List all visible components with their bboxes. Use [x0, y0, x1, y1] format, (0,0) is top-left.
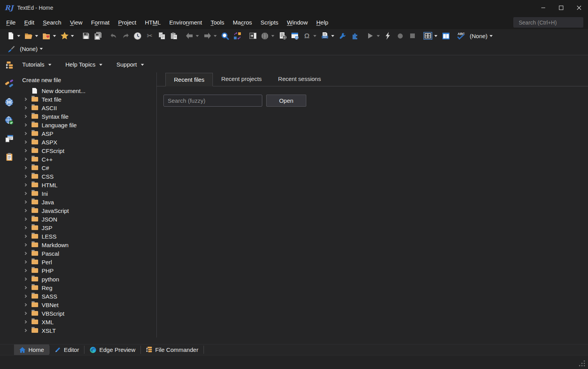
tree-item-folder[interactable]: ASCII — [18, 104, 157, 112]
tools-button[interactable] — [337, 30, 349, 41]
tree-item-folder[interactable]: XML — [18, 318, 157, 326]
chevron-right-icon[interactable] — [24, 149, 27, 152]
plugins-button[interactable] — [349, 30, 361, 41]
browser-preview-button[interactable] — [289, 30, 301, 41]
menu-item[interactable]: View — [66, 16, 87, 29]
chevron-right-icon[interactable] — [24, 209, 27, 212]
tree-item-folder[interactable]: HTML — [18, 181, 157, 189]
split-view-button[interactable] — [440, 30, 452, 41]
new-document-dropdown-caret-icon[interactable] — [17, 35, 20, 37]
chevron-right-icon[interactable] — [24, 200, 27, 204]
menu-item[interactable]: Scripts — [256, 16, 283, 29]
tree-item-folder[interactable]: SASS — [18, 292, 157, 300]
browser-dropdown-caret-icon[interactable] — [271, 35, 274, 37]
tree-item-folder[interactable]: JSON — [18, 215, 157, 223]
chevron-right-icon[interactable] — [24, 260, 27, 264]
chevron-right-icon[interactable] — [24, 158, 27, 161]
undo-button[interactable] — [107, 30, 119, 41]
record-macro-button[interactable] — [394, 30, 406, 41]
tree-item-folder[interactable]: VBScript — [18, 309, 157, 318]
chevron-right-icon[interactable] — [24, 243, 27, 246]
menu-item[interactable]: Macros — [228, 16, 256, 29]
tab-recent-sessions[interactable]: Recent sessions — [270, 72, 329, 86]
syntax-scheme-button[interactable] — [5, 43, 18, 54]
tab-recent-projects[interactable]: Recent projects — [213, 72, 270, 86]
tree-item-folder[interactable]: Java — [18, 198, 157, 206]
save-button[interactable] — [80, 30, 92, 41]
tree-item-folder[interactable]: Language file — [18, 121, 157, 129]
tree-item-folder[interactable]: C# — [18, 163, 157, 172]
chevron-right-icon[interactable] — [24, 132, 27, 135]
window-layout-button[interactable] — [422, 30, 434, 41]
view-tab-home[interactable]: Home — [14, 344, 49, 355]
chevron-right-icon[interactable] — [24, 183, 27, 186]
special-characters-button[interactable]: Ω — [301, 30, 313, 41]
open-file-dropdown-caret-icon[interactable] — [35, 35, 38, 37]
browser-panel-button[interactable] — [3, 96, 16, 108]
tree-item-folder[interactable]: PHP — [18, 266, 157, 275]
menu-item[interactable]: HTML — [140, 16, 165, 29]
cut-button[interactable]: ✂ — [144, 30, 156, 41]
menu-item[interactable]: Window — [283, 16, 312, 29]
tree-item-folder[interactable]: Pascal — [18, 249, 157, 258]
menu-item[interactable]: Edit — [20, 16, 39, 29]
file-commander-panel-button[interactable] — [3, 60, 16, 71]
html-preview-button[interactable] — [277, 30, 289, 41]
help-dropdown[interactable]: Tutorials — [22, 61, 51, 68]
tree-item-folder[interactable]: CFScript — [18, 146, 157, 155]
tab-recent-files[interactable]: Recent files — [165, 73, 213, 86]
find-button[interactable] — [219, 30, 231, 41]
help-dropdown[interactable]: Help Topics — [65, 61, 102, 68]
chevron-right-icon[interactable] — [24, 329, 27, 332]
view-tab-edge-preview[interactable]: Edge Preview — [84, 344, 140, 355]
favorites-button[interactable] — [58, 30, 70, 41]
chevron-right-icon[interactable] — [24, 312, 27, 315]
copy-button[interactable] — [156, 30, 168, 41]
tree-item-folder[interactable]: C++ — [18, 155, 157, 163]
tree-item-folder[interactable]: Ini — [18, 189, 157, 198]
back-dropdown-caret-icon[interactable] — [196, 35, 199, 37]
minimize-button[interactable] — [534, 0, 552, 16]
menu-item[interactable]: File — [2, 16, 20, 29]
quick-run-button[interactable] — [382, 30, 394, 41]
menu-item[interactable]: Environment — [165, 16, 206, 29]
chevron-right-icon[interactable] — [24, 320, 27, 323]
maximize-button[interactable] — [552, 0, 570, 16]
chevron-right-icon[interactable] — [24, 303, 27, 306]
tree-item-folder[interactable]: ASP — [18, 129, 157, 138]
menu-item[interactable]: Project — [114, 16, 140, 29]
resize-grip[interactable] — [578, 359, 585, 366]
view-tab-editor[interactable]: Editor — [49, 344, 84, 355]
open-button[interactable]: Open — [266, 95, 306, 107]
tree-item-folder[interactable]: ASPX — [18, 138, 157, 146]
spell-language-dropdown-caret-icon[interactable] — [490, 35, 493, 37]
chevron-right-icon[interactable] — [24, 166, 27, 169]
chevron-right-icon[interactable] — [24, 269, 27, 272]
menu-item[interactable]: Tools — [206, 16, 228, 29]
chevron-right-icon[interactable] — [24, 218, 27, 221]
global-search-input[interactable] — [519, 19, 588, 26]
chevron-right-icon[interactable] — [24, 295, 27, 298]
chevron-right-icon[interactable] — [24, 123, 27, 127]
special-characters-dropdown-caret-icon[interactable] — [313, 35, 316, 37]
tree-item-folder[interactable]: LESS — [18, 232, 157, 241]
tree-item-folder[interactable]: VBNet — [18, 300, 157, 309]
favorites-folder-dropdown-caret-icon[interactable] — [53, 35, 56, 37]
tree-item-folder[interactable]: JSP — [18, 223, 157, 232]
open-file-button[interactable] — [23, 30, 35, 41]
save-all-button[interactable] — [92, 30, 104, 41]
menu-item[interactable]: Help — [312, 16, 333, 29]
chevron-right-icon[interactable] — [24, 286, 27, 289]
tree-item-folder[interactable]: Perl — [18, 258, 157, 266]
stop-macro-button[interactable] — [406, 30, 418, 41]
close-button[interactable] — [570, 0, 588, 16]
chevron-right-icon[interactable] — [24, 192, 27, 195]
tree-item-folder[interactable]: Syntax file — [18, 112, 157, 121]
chevron-right-icon[interactable] — [24, 175, 27, 178]
snippets-panel-button[interactable] — [3, 78, 16, 90]
global-search-box[interactable] — [513, 17, 583, 28]
run-script-button[interactable] — [364, 30, 376, 41]
tree-item-folder[interactable]: Markdown — [18, 241, 157, 249]
preview-panel-button[interactable] — [3, 133, 16, 144]
insert-formatting-dropdown-caret-icon[interactable] — [331, 35, 334, 37]
